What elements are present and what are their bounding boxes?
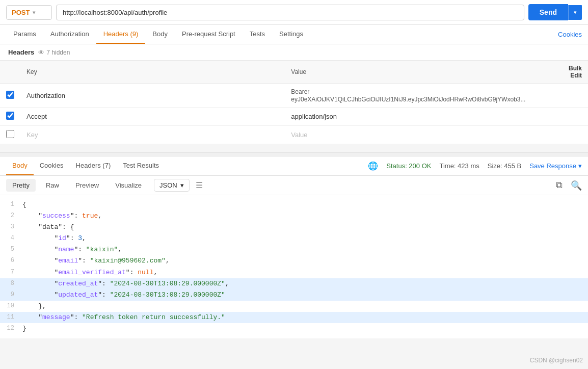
table-row: Key Value [0,126,588,144]
code-line: 10 }, [0,301,588,312]
col-key: Key [20,61,285,84]
time-badge: Time: 423 ms [439,162,479,170]
tab-settings[interactable]: Settings [272,25,310,44]
code-line: 2 "success": true, [0,210,588,222]
row1-key[interactable]: Authorization [20,84,285,108]
line-number: 11 [4,312,22,323]
row3-value[interactable]: Value [285,126,550,144]
method-chevron-icon: ▾ [33,10,35,15]
row2-key[interactable]: Accept [20,108,285,126]
line-number: 2 [4,210,22,222]
json-format-selector[interactable]: JSON ▾ [154,179,190,192]
line-content: }, [22,301,46,312]
line-number: 7 [4,267,22,278]
headers-section: Headers 👁 7 hidden Key Value Bulk Edit A… [0,44,588,144]
code-line: 3 "data": { [0,222,588,233]
chevron-icon: ▾ [578,162,582,170]
tab-response-cookies[interactable]: Cookies [34,156,70,175]
line-content: "updated_at": "2024-08-30T13:08:29.00000… [22,289,225,301]
top-bar: POST ▾ Send ▾ [0,0,588,25]
send-button-group: Send ▾ [528,4,582,20]
row3-checkbox-cell [0,126,20,144]
code-line: 6 "email": "kaixin@959602.com", [0,255,588,267]
line-content: "data": { [22,222,74,233]
hidden-headers-badge: 👁 7 hidden [38,49,70,56]
line-content: "name": "kaixin", [22,244,122,255]
line-number: 4 [4,233,22,244]
line-number: 10 [4,301,22,312]
col-checkbox [0,61,20,84]
row2-checkbox[interactable] [6,112,14,120]
line-number: 1 [4,199,22,210]
url-input[interactable] [56,5,524,20]
pretty-button[interactable]: Pretty [6,179,36,192]
code-line: 8 "created_at": "2024-08-30T13:08:29.000… [0,278,588,289]
tab-response-body[interactable]: Body [6,156,34,175]
line-content: { [22,199,26,210]
filter-icon[interactable]: ☰ [196,180,203,190]
row1-actions [550,84,588,108]
size-badge: Size: 455 B [488,162,522,170]
cookies-link[interactable]: Cookies [558,25,582,43]
row1-checkbox[interactable] [6,91,14,99]
status-badge: Status: 200 OK [386,162,431,170]
line-number: 8 [4,278,22,289]
table-row: Authorization Bearer eyJ0eXAiOiJKV1QiLCJ… [0,84,588,108]
line-content: "message": "Refresh token return success… [22,312,225,323]
row3-checkbox[interactable] [6,130,14,138]
row2-value[interactable]: application/json [285,108,550,126]
json-label: JSON [159,181,177,189]
tab-response-testresults[interactable]: Test Results [117,156,165,175]
tab-prerequest[interactable]: Pre-request Script [175,25,243,44]
row1-checkbox-cell [0,84,20,108]
table-row: Accept application/json [0,108,588,126]
code-line: 5 "name": "kaixin", [0,244,588,255]
toolbar-row: Pretty Raw Preview Visualize JSON ▾ ☰ ⧉ … [0,176,588,195]
line-content: } [22,323,26,334]
section-divider [0,152,588,156]
json-chevron-icon: ▾ [180,181,184,189]
headers-bar: Headers 👁 7 hidden [0,44,588,60]
tab-response-headers[interactable]: Headers (7) [70,156,117,175]
bulk-edit-button[interactable]: Bulk Edit [550,61,588,84]
line-content: "email_verified_at": null, [22,267,157,278]
line-number: 6 [4,255,22,267]
send-button[interactable]: Send [528,4,568,20]
tab-tests[interactable]: Tests [243,25,272,44]
method-label: POST [12,9,30,16]
response-status: 🌐 Status: 200 OK Time: 423 ms Size: 455 … [368,161,582,171]
save-response-button[interactable]: Save Response ▾ [529,162,582,170]
tab-authorization[interactable]: Authorization [43,25,96,44]
hidden-count: 7 hidden [46,49,70,56]
line-content: "email": "kaixin@959602.com", [22,255,170,267]
copy-icon[interactable]: ⧉ [556,180,563,191]
line-content: "created_at": "2024-08-30T13:08:29.00000… [22,278,229,289]
tab-params[interactable]: Params [6,25,43,44]
response-tabs: Body Cookies Headers (7) Test Results 🌐 … [0,156,588,176]
search-icon[interactable]: 🔍 [571,180,582,191]
col-value: Value [285,61,550,84]
line-number: 12 [4,323,22,334]
headers-table: Key Value Bulk Edit Authorization Bearer… [0,60,588,144]
visualize-button[interactable]: Visualize [109,179,148,192]
code-line: 7 "email_verified_at": null, [0,267,588,278]
line-number: 3 [4,222,22,233]
response-section: Body Cookies Headers (7) Test Results 🌐 … [0,156,588,338]
raw-button[interactable]: Raw [40,179,65,192]
row3-key[interactable]: Key [20,126,285,144]
row2-actions [550,108,588,126]
tab-headers[interactable]: Headers (9) [96,25,146,44]
code-line: 12} [0,323,588,334]
code-line: 4 "id": 3, [0,233,588,244]
row1-value[interactable]: Bearer eyJ0eXAiOiJKV1QiLCJhbGciOiJIUzI1N… [285,84,550,108]
line-number: 9 [4,289,22,301]
preview-button[interactable]: Preview [69,179,105,192]
row2-checkbox-cell [0,108,20,126]
tab-body[interactable]: Body [145,25,175,44]
line-content: "id": 3, [22,233,86,244]
code-area: 1{2 "success": true,3 "data": {4 "id": 3… [0,195,588,338]
request-tabs: Params Authorization Headers (9) Body Pr… [0,25,588,44]
globe-icon: 🌐 [368,161,378,171]
method-selector[interactable]: POST ▾ [6,5,52,20]
send-dropdown-button[interactable]: ▾ [568,5,582,20]
